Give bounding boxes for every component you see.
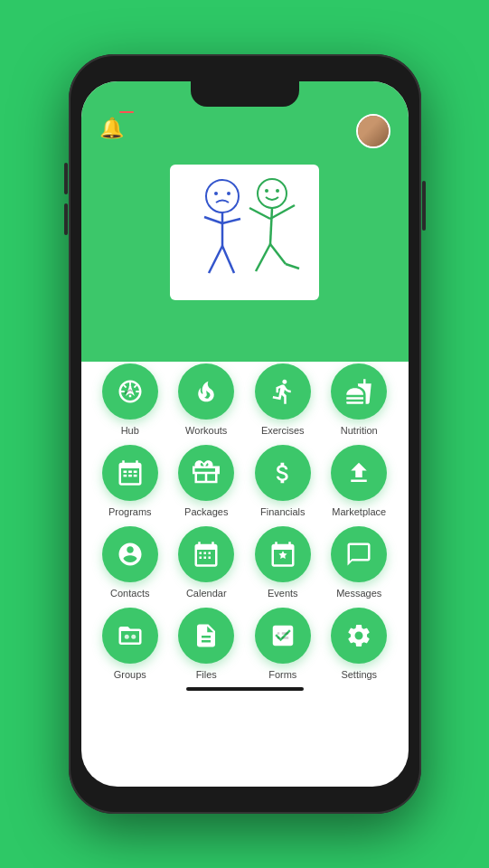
main-grid: HubWorkoutsExercisesNutritionProgramsPac… — [96, 363, 394, 680]
grid-item-settings[interactable]: Settings — [324, 608, 394, 680]
bell-icon: 🔔 — [99, 117, 124, 139]
svg-line-12 — [249, 208, 270, 219]
programs-icon-circle — [102, 445, 158, 501]
grid-item-calendar[interactable]: Calendar — [172, 526, 241, 599]
svg-point-24 — [125, 635, 129, 639]
messages-label: Messages — [336, 588, 381, 599]
exercises-icon-circle — [255, 363, 311, 420]
grid-item-financials[interactable]: Financials — [249, 445, 318, 517]
files-label: Files — [196, 669, 217, 680]
hub-icon-circle — [102, 363, 158, 420]
content-area: HubWorkoutsExercisesNutritionProgramsPac… — [81, 345, 409, 705]
grid-item-events[interactable]: Events — [249, 526, 318, 599]
settings-icon-circle — [331, 608, 387, 664]
volume-down-button[interactable] — [64, 203, 68, 235]
power-button[interactable] — [422, 181, 426, 231]
files-icon-circle — [178, 608, 234, 664]
packages-label: Packages — [184, 506, 228, 517]
phone-frame: 🔔 — [69, 54, 421, 814]
svg-line-5 — [222, 219, 240, 223]
svg-line-4 — [204, 217, 222, 223]
forms-label: Forms — [268, 669, 296, 680]
grid-item-messages[interactable]: Messages — [324, 526, 394, 599]
financials-icon-circle — [255, 445, 311, 501]
header-area: 🔔 — [81, 81, 409, 362]
hero-illustration — [182, 174, 308, 291]
nutrition-icon-circle — [331, 363, 387, 420]
calendar-icon-circle — [178, 526, 234, 582]
svg-point-2 — [227, 192, 230, 195]
events-label: Events — [268, 588, 298, 599]
contacts-label: Contacts — [110, 588, 149, 599]
grid-item-groups[interactable]: Groups — [96, 608, 165, 680]
avatar-image — [358, 116, 389, 146]
grid-item-files[interactable]: Files — [172, 608, 241, 680]
events-icon-circle — [255, 526, 311, 582]
grid-item-contacts[interactable]: Contacts — [96, 526, 165, 599]
financials-label: Financials — [260, 506, 306, 517]
grid-item-workouts[interactable]: Workouts — [172, 363, 241, 436]
svg-rect-19 — [128, 471, 132, 474]
forms-icon-circle — [255, 608, 311, 664]
workouts-icon-circle — [178, 363, 234, 420]
exercises-label: Exercises — [261, 425, 305, 436]
grid-item-packages[interactable]: Packages — [172, 445, 241, 517]
svg-point-9 — [265, 189, 268, 193]
notch — [191, 81, 299, 107]
packages-icon-circle — [178, 445, 234, 501]
contacts-icon-circle — [102, 526, 158, 582]
grid-item-marketplace[interactable]: Marketplace — [324, 445, 394, 517]
grid-item-programs[interactable]: Programs — [96, 445, 165, 517]
svg-rect-21 — [123, 475, 127, 477]
svg-line-16 — [286, 264, 299, 269]
calendar-label: Calendar — [186, 588, 227, 599]
settings-label: Settings — [341, 669, 377, 680]
notification-bell[interactable]: 🔔 — [99, 117, 128, 146]
svg-rect-20 — [134, 471, 137, 474]
svg-rect-22 — [128, 475, 132, 477]
svg-line-7 — [222, 246, 234, 273]
svg-line-15 — [270, 244, 286, 264]
hub-label: Hub — [121, 425, 139, 436]
svg-point-25 — [131, 635, 136, 639]
hero-image — [170, 165, 319, 300]
svg-point-0 — [206, 180, 239, 212]
svg-line-6 — [209, 246, 222, 273]
grid-item-forms[interactable]: Forms — [249, 608, 318, 680]
groups-icon-circle — [102, 608, 158, 664]
svg-point-1 — [214, 192, 218, 195]
svg-point-10 — [276, 189, 279, 193]
svg-line-14 — [256, 244, 270, 271]
svg-line-11 — [270, 208, 272, 244]
svg-rect-18 — [123, 471, 127, 474]
notification-badge — [119, 111, 134, 113]
grid-item-exercises[interactable]: Exercises — [249, 363, 318, 436]
grid-item-hub[interactable]: Hub — [96, 363, 165, 436]
phone-screen: 🔔 — [81, 81, 409, 787]
programs-label: Programs — [108, 506, 152, 517]
volume-up-button[interactable] — [64, 163, 68, 194]
home-indicator — [186, 687, 304, 691]
nutrition-label: Nutrition — [341, 425, 378, 436]
grid-item-nutrition[interactable]: Nutrition — [324, 363, 394, 436]
marketplace-icon-circle — [331, 445, 387, 501]
marketplace-label: Marketplace — [332, 506, 386, 517]
workouts-label: Workouts — [185, 425, 227, 436]
avatar[interactable] — [356, 114, 390, 148]
svg-point-8 — [258, 179, 287, 208]
svg-rect-23 — [134, 475, 137, 477]
messages-icon-circle — [331, 526, 387, 582]
groups-label: Groups — [114, 669, 146, 680]
